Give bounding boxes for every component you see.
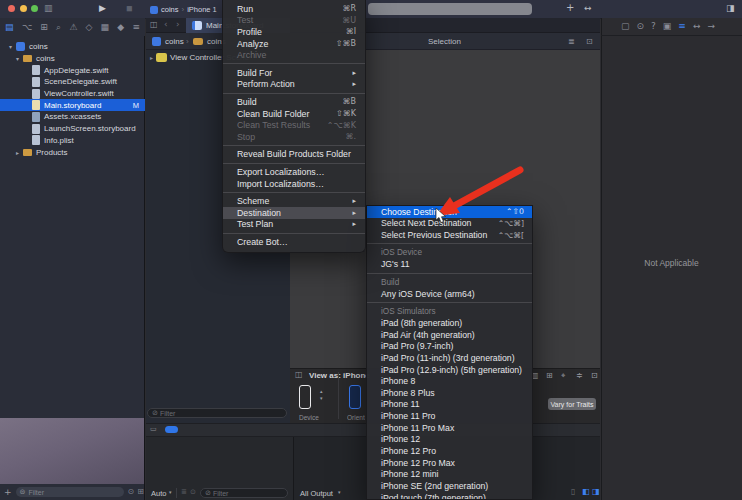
library-plus-icon[interactable]: + <box>566 3 574 13</box>
source-control-filter-icon[interactable]: ⊞ <box>137 488 144 496</box>
issue-navigator-icon[interactable]: ⚠ <box>69 23 77 32</box>
tree-row-viewcontroller[interactable]: ViewController.swift <box>0 88 145 100</box>
submenu-item-iphone-se-2nd-gen[interactable]: iPhone SE (2nd generation) <box>367 480 532 492</box>
stepper-down-icon[interactable]: ▾ <box>320 396 323 401</box>
file-inspector-icon[interactable]: ▢ <box>621 22 630 31</box>
tab-overview-icon[interactable]: ◫ <box>150 21 158 29</box>
tree-row-main-storyboard[interactable]: Main.storyboard M <box>0 99 145 111</box>
add-constraints-icon[interactable]: ⌖ <box>561 372 566 380</box>
tree-row-assets[interactable]: Assets.xcassets <box>0 111 145 123</box>
submenu-item-iphone-12-pro-max[interactable]: iPhone 12 Pro Max <box>367 457 532 469</box>
window-zoom-button[interactable] <box>31 5 38 12</box>
project-navigator-icon[interactable]: ▤ <box>5 23 14 32</box>
run-button[interactable]: ▶ <box>99 4 106 13</box>
editor-layout-icon[interactable]: ↔ <box>584 4 592 13</box>
menu-item-run[interactable]: Run⌘R <box>223 3 365 15</box>
submenu-item-iphone-12[interactable]: iPhone 12 <box>367 434 532 446</box>
device-phone-icon[interactable] <box>299 385 311 409</box>
navigator-filter-input[interactable] <box>28 489 119 496</box>
menu-item-build[interactable]: Build⌘B <box>223 96 365 108</box>
submenu-item-iphone-11[interactable]: iPhone 11 <box>367 399 532 411</box>
show-console-toggle-icon[interactable]: ◨ <box>592 488 600 496</box>
menu-item-create-bot[interactable]: Create Bot… <box>223 236 365 248</box>
align-icon[interactable]: ⊞ <box>546 372 553 380</box>
variables-filter-field[interactable]: ⊘ <box>200 488 288 498</box>
menu-item-destination[interactable]: Destination▸ <box>223 207 365 219</box>
submenu-item-ipad-pro-97[interactable]: iPad Pro (9.7-inch) <box>367 340 532 352</box>
console-output-selector[interactable]: All Output <box>300 489 333 498</box>
submenu-item-ipad-8th-gen[interactable]: iPad (8th generation) <box>367 317 532 329</box>
orientation-portrait-icon[interactable] <box>349 385 361 409</box>
editor-options-icon[interactable]: ⊡ <box>586 38 593 46</box>
resolve-autolayout-icon[interactable]: ≑ <box>576 372 583 380</box>
history-inspector-icon[interactable]: ⊙ <box>637 22 645 31</box>
disclosure-open-icon[interactable]: ▾ <box>14 55 21 62</box>
submenu-item-any-ios-device[interactable]: Any iOS Device (arm64) <box>367 288 532 300</box>
submenu-item-iphone-8[interactable]: iPhone 8 <box>367 375 532 387</box>
outline-toggle-icon[interactable]: ≣ <box>568 38 575 46</box>
symbol-navigator-icon[interactable]: ⊞ <box>40 23 48 32</box>
submenu-item-iphone-11-pro-max[interactable]: iPhone 11 Pro Max <box>367 422 532 434</box>
submenu-item-jgs-11[interactable]: JG's 11 <box>367 259 532 271</box>
tree-row-launchscreen[interactable]: LaunchScreen.storyboard <box>0 123 145 135</box>
connections-inspector-icon[interactable]: → <box>707 22 715 31</box>
show-only-modified-icon[interactable]: ≣ <box>181 489 187 496</box>
vary-for-traits-button[interactable]: Vary for Traits <box>548 398 596 410</box>
menu-item-profile[interactable]: Profile⌘I <box>223 26 365 38</box>
clear-console-trash-icon[interactable]: ▯ <box>571 488 575 496</box>
recent-files-filter-icon[interactable]: ⊙ <box>128 488 135 496</box>
submenu-item-ipod-touch-7th-gen[interactable]: iPod touch (7th generation) <box>367 492 532 500</box>
attributes-inspector-icon[interactable]: ≡ <box>678 22 686 31</box>
tree-row-products[interactable]: ▸ Products <box>0 146 145 158</box>
tree-row-infoplist[interactable]: Info.plist <box>0 135 145 147</box>
jump-project-label[interactable]: coins <box>165 37 184 46</box>
source-control-navigator-icon[interactable]: ⌥ <box>22 23 32 32</box>
breakpoint-navigator-icon[interactable]: ◆ <box>117 23 124 32</box>
submenu-item-ipad-air-4th-gen[interactable]: iPad Air (4th generation) <box>367 329 532 341</box>
navigator-toggle-icon[interactable]: ▥ <box>44 4 53 13</box>
disclosure-open-icon[interactable]: ▾ <box>7 43 14 50</box>
add-file-button[interactable]: + <box>4 488 12 497</box>
scheme-selector[interactable]: coins › iPhone 1 <box>150 4 222 15</box>
submenu-item-iphone-12-pro[interactable]: iPhone 12 Pro <box>367 445 532 457</box>
info-icon[interactable]: ⊙ <box>190 489 196 496</box>
disclosure-closed-icon[interactable]: ▸ <box>14 149 21 156</box>
disclosure-closed-icon[interactable]: ▸ <box>150 55 153 61</box>
variables-filter-input[interactable] <box>213 490 283 497</box>
menu-item-clean-build-folder[interactable]: Clean Build Folder⇧⌘K <box>223 108 365 120</box>
window-minimize-button[interactable] <box>20 5 27 12</box>
tree-row-scenedelegate[interactable]: SceneDelegate.swift <box>0 76 145 88</box>
menu-item-reveal-build-products-folder[interactable]: Reveal Build Products Folder <box>223 149 365 161</box>
menu-item-build-for[interactable]: Build For▸ <box>223 67 365 79</box>
find-navigator-icon[interactable]: ⌕ <box>56 23 61 32</box>
test-navigator-icon[interactable]: ◇ <box>86 23 93 32</box>
update-frames-icon[interactable]: ⊡ <box>591 372 598 380</box>
quick-help-inspector-icon[interactable]: ? <box>651 22 656 31</box>
identity-inspector-icon[interactable]: ▣ <box>663 22 672 31</box>
back-icon[interactable]: ‹ <box>164 20 168 29</box>
menu-item-import-localizations[interactable]: Import Localizations… <box>223 178 365 190</box>
menu-item-perform-action[interactable]: Perform Action▸ <box>223 79 365 91</box>
outline-filter-field[interactable]: ⊘ <box>147 408 287 418</box>
submenu-item-ipad-pro-11[interactable]: iPad Pro (11-inch) (3rd generation) <box>367 352 532 364</box>
menu-item-scheme[interactable]: Scheme▸ <box>223 195 365 207</box>
size-inspector-icon[interactable]: ↔ <box>693 22 701 31</box>
tree-row-appdelegate[interactable]: AppDelegate.swift <box>0 64 145 76</box>
stepper-up-icon[interactable]: ▴ <box>320 389 323 394</box>
variables-scope-selector[interactable]: Auto <box>151 489 166 498</box>
forward-icon[interactable]: › <box>176 20 180 29</box>
submenu-item-select-previous-destination[interactable]: Select Previous Destination⌃⌥⌘[ <box>367 229 532 241</box>
submenu-item-iphone-12-mini[interactable]: iPhone 12 mini <box>367 468 532 480</box>
tree-row-folder-coins[interactable]: ▾ coins <box>0 53 145 65</box>
submenu-item-ipad-pro-129[interactable]: iPad Pro (12.9-inch) (5th generation) <box>367 364 532 376</box>
window-close-button[interactable] <box>8 5 15 12</box>
report-navigator-icon[interactable]: ≡ <box>132 23 140 32</box>
show-variables-toggle-icon[interactable]: ◧ <box>582 488 590 496</box>
tree-row-project-coins[interactable]: ▾ coins <box>0 41 145 53</box>
submenu-item-iphone-8-plus[interactable]: iPhone 8 Plus <box>367 387 532 399</box>
menu-item-analyze[interactable]: Analyze⇧⌘B <box>223 38 365 50</box>
outline-filter-input[interactable] <box>160 410 282 417</box>
submenu-item-iphone-11-pro[interactable]: iPhone 11 Pro <box>367 410 532 422</box>
stop-button[interactable]: ◼ <box>126 5 133 13</box>
navigator-filter-field[interactable]: ⊜ <box>16 487 124 497</box>
